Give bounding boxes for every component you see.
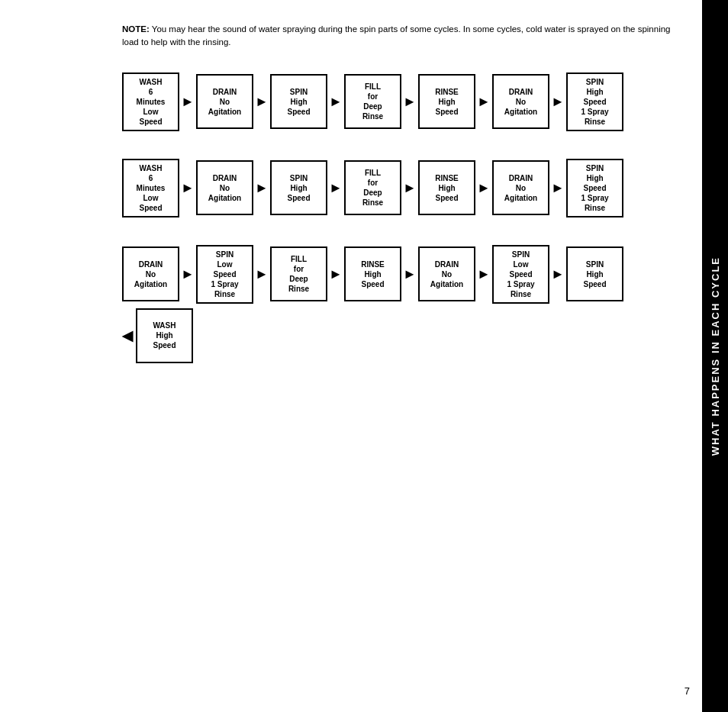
arrow-1-1: ► <box>179 94 196 110</box>
sidebar-label: WHAT HAPPENS IN EACH CYCLE <box>710 256 721 456</box>
cycle-row-2: WASH6MinutesLowSpeed ► DRAINNoAgitation … <box>122 159 672 217</box>
r3-drain2-box: DRAINNoAgitation <box>418 246 475 301</box>
r2-wash-box: WASH6MinutesLowSpeed <box>122 159 179 217</box>
arrow-2-3: ► <box>327 180 344 196</box>
r2-fill-box: FILLforDeepRinse <box>344 160 401 215</box>
arrow-3-2: ► <box>253 266 270 282</box>
r2-drain2-box: DRAINNoAgitation <box>492 160 549 215</box>
loop-arrow-left: ◀ <box>122 327 133 344</box>
r1-drain2-box: DRAINNoAgitation <box>492 74 549 129</box>
arrow-2-5: ► <box>475 180 492 196</box>
r1-drain-box: DRAINNoAgitation <box>196 74 253 129</box>
sidebar: WHAT HAPPENS IN EACH CYCLE <box>702 0 728 712</box>
main-content: NOTE: You may hear the sound of water sp… <box>0 0 702 712</box>
r3-fill-box: FILLforDeepRinse <box>270 246 327 301</box>
arrow-1-2: ► <box>253 94 270 110</box>
r3-spin-box: SPINLowSpeed1 SprayRinse <box>196 245 253 304</box>
r2-rinse-box: RINSEHighSpeed <box>418 160 475 215</box>
r1-rinse-box: RINSEHighSpeed <box>418 74 475 129</box>
r2-spin2-box: SPINHighSpeed1 SprayRinse <box>566 159 623 217</box>
arrow-3-6: ► <box>549 266 566 282</box>
r3-drain-box: DRAINNoAgitation <box>122 246 179 301</box>
note-text: You may hear the sound of water spraying… <box>122 24 670 47</box>
arrow-3-1: ► <box>179 266 196 282</box>
cycle-row-1: WASH6MinutesLowSpeed ► DRAINNoAgitation … <box>122 72 672 131</box>
arrow-2-2: ► <box>253 180 270 196</box>
r3-rinse-box: RINSEHighSpeed <box>344 246 401 301</box>
arrow-2-4: ► <box>401 180 418 196</box>
cycle-row-3-wrapper: DRAINNoAgitation ► SPINLowSpeed1 SprayRi… <box>122 245 672 363</box>
cycle-row-3-top: DRAINNoAgitation ► SPINLowSpeed1 SprayRi… <box>122 245 672 304</box>
arrow-3-4: ► <box>401 266 418 282</box>
arrow-1-6: ► <box>549 94 566 110</box>
r1-spin2-box: SPINHighSpeed1 SprayRinse <box>566 72 623 131</box>
r3-wash-box: WASHHighSpeed <box>136 308 193 363</box>
r3-spin3-box: SPINHighSpeed <box>566 246 623 301</box>
r2-drain-box: DRAINNoAgitation <box>196 160 253 215</box>
arrow-1-5: ► <box>475 94 492 110</box>
note-paragraph: NOTE: You may hear the sound of water sp… <box>122 23 672 50</box>
r1-wash-box: WASH6MinutesLowSpeed <box>122 72 179 131</box>
r1-spin-box: SPINHighSpeed <box>270 74 327 129</box>
arrow-3-3: ► <box>327 266 344 282</box>
cycle-row-3-bottom: ◀ WASHHighSpeed <box>122 308 672 363</box>
r1-fill-box: FILLforDeepRinse <box>344 74 401 129</box>
arrow-1-4: ► <box>401 94 418 110</box>
r2-spin-box: SPINHighSpeed <box>270 160 327 215</box>
arrow-2-1: ► <box>179 180 196 196</box>
arrow-3-5: ► <box>475 266 492 282</box>
arrow-2-6: ► <box>549 180 566 196</box>
r3-spin2-box: SPINLowSpeed1 SprayRinse <box>492 245 549 304</box>
arrow-1-3: ► <box>327 94 344 110</box>
note-label: NOTE: <box>122 24 150 34</box>
page-number: 7 <box>685 685 690 697</box>
